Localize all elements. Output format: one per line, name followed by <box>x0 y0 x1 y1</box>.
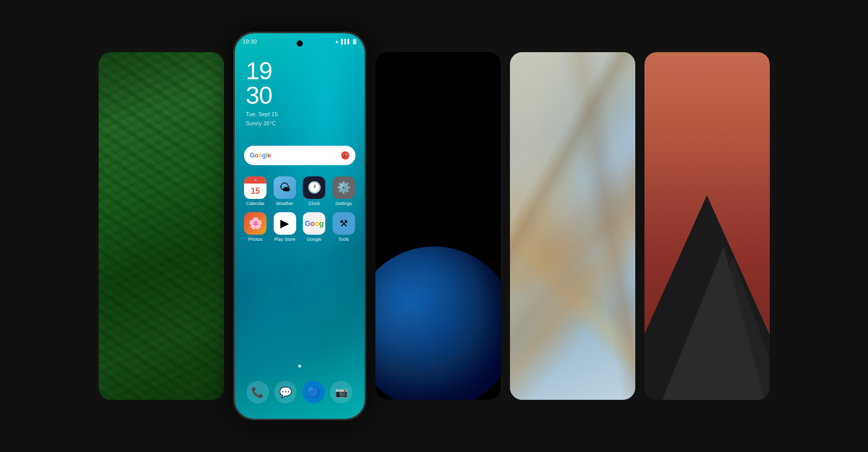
google-app-icon: Goog <box>303 212 325 235</box>
photos-icon: 🌸 <box>244 212 266 235</box>
calendar-icon: ▪▪ 15 <box>244 176 266 199</box>
settings-app[interactable]: ⚙️ Settings <box>332 176 355 206</box>
calendar-number: 15 <box>251 184 260 199</box>
dock-messages[interactable]: 💬 <box>274 381 297 403</box>
weather-label: Weather <box>276 201 294 206</box>
weather-icon: 🌤 <box>274 176 296 199</box>
signal-icon: ▌▌▌ <box>341 39 351 44</box>
clock-date: Tue, Sept 15 <box>246 111 278 117</box>
front-camera <box>297 40 303 47</box>
marble-veins <box>510 52 635 400</box>
green-leaves-wallpaper[interactable] <box>99 52 224 400</box>
phone-screen: 19:30 ▲ ▌▌▌ ▓ 19 30 Tue, Sept 15 Sunny 2… <box>235 33 365 419</box>
app-dock: 📞 💬 🔵 📷 <box>244 381 355 403</box>
dock-camera-front[interactable]: 🔵 <box>302 381 325 403</box>
gallery-container: 19:30 ▲ ▌▌▌ ▓ 19 30 Tue, Sept 15 Sunny 2… <box>0 0 868 452</box>
planet-sphere <box>375 246 501 400</box>
google-app-label: Google <box>307 237 322 242</box>
clock-display: 19 30 <box>246 59 278 108</box>
planet-wallpaper[interactable] <box>375 52 501 400</box>
photos-label: Photos <box>248 237 262 242</box>
microphone-icon[interactable]: 🎤 <box>341 151 349 160</box>
clock-widget: 19 30 Tue, Sept 15 Sunny 26°C <box>246 59 278 126</box>
playstore-icon: ▶ <box>274 212 296 235</box>
calendar-app[interactable]: ▪▪ 15 Calendar <box>244 176 268 206</box>
clock-app[interactable]: 🕐 Clock <box>303 176 326 206</box>
dock-camera[interactable]: 📷 <box>330 381 352 403</box>
wifi-icon: ▲ <box>335 39 339 44</box>
clock-minute: 30 <box>246 83 278 108</box>
status-time: 19:30 <box>243 38 257 44</box>
calendar-label: Calendar <box>246 201 265 206</box>
playstore-app[interactable]: ▶ Play Store <box>273 212 297 242</box>
marble-wallpaper[interactable] <box>510 52 635 400</box>
tools-label: Tools <box>338 237 349 242</box>
status-icons: ▲ ▌▌▌ ▓ <box>335 39 357 44</box>
playstore-label: Play Store <box>274 237 296 242</box>
clock-app-icon: 🕐 <box>303 176 325 199</box>
settings-label: Settings <box>335 201 352 206</box>
clock-hour: 19 <box>246 59 278 83</box>
app-grid: ▪▪ 15 Calendar 🌤 Weather 🕐 Clock ⚙ <box>244 176 355 242</box>
clock-app-label: Clock <box>308 201 320 206</box>
tools-app[interactable]: ⚒ Tools <box>332 212 355 242</box>
weather-app[interactable]: 🌤 Weather <box>273 176 297 206</box>
settings-icon: ⚙️ <box>332 176 355 199</box>
tools-icon: ⚒ <box>332 212 355 235</box>
page-indicator <box>298 365 301 368</box>
google-app[interactable]: Goog Google <box>303 212 326 242</box>
mountain-right <box>662 246 765 400</box>
calendar-header: ▪▪ <box>244 176 266 184</box>
clock-weather: Sunny 26°C <box>246 120 278 126</box>
google-search-bar[interactable]: Google 🎤 <box>244 146 355 165</box>
mountain-wallpaper[interactable] <box>644 52 770 400</box>
photos-app[interactable]: 🌸 Photos <box>244 212 268 242</box>
dock-phone[interactable]: 📞 <box>247 381 269 403</box>
phone-mockup: 19:30 ▲ ▌▌▌ ▓ 19 30 Tue, Sept 15 Sunny 2… <box>233 32 366 420</box>
battery-icon: ▓ <box>353 39 357 44</box>
google-logo: Google <box>250 152 271 159</box>
